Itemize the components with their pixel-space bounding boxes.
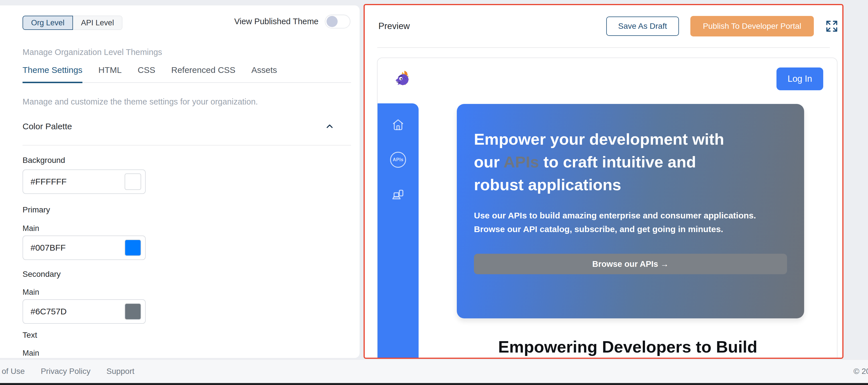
panel-description: Manage and customize the theme settings …: [23, 97, 258, 106]
hero-banner: Empower your development with our APIs t…: [457, 104, 804, 318]
footer-copyright: © 20: [854, 367, 868, 376]
footer-links: Terms of Use Privacy Policy Support: [0, 367, 134, 376]
portal-preview-card: Log In APIs: [377, 58, 837, 359]
preview-header-divider: [377, 47, 830, 48]
primary-main-color-field: [23, 236, 146, 260]
home-icon[interactable]: [392, 118, 405, 131]
view-published-label: View Published Theme: [234, 17, 318, 26]
fullscreen-expand-icon[interactable]: [825, 20, 838, 33]
primary-main-color-swatch[interactable]: [125, 240, 141, 256]
save-as-draft-button[interactable]: Save As Draft: [606, 16, 679, 36]
text-label: Text: [23, 330, 37, 340]
tab-css[interactable]: CSS: [138, 65, 155, 82]
color-palette-header[interactable]: Color Palette: [23, 121, 334, 131]
tab-assets[interactable]: Assets: [251, 65, 277, 82]
view-published-toggle[interactable]: [325, 14, 350, 29]
level-toggle-group: Org Level API Level: [23, 16, 122, 30]
tab-html[interactable]: HTML: [98, 65, 122, 82]
background-color-input[interactable]: [31, 177, 111, 186]
view-published-row: View Published Theme: [234, 14, 350, 29]
portal-body: APIs Empower your development with our A: [377, 103, 837, 359]
background-color-swatch[interactable]: [125, 173, 141, 190]
primary-main-label: Main: [23, 224, 39, 233]
window-bottom-edge: [0, 383, 868, 385]
preview-title: Preview: [378, 21, 410, 31]
apis-icon[interactable]: APIs: [390, 152, 406, 168]
theme-settings-card: Org Level API Level View Published Theme…: [0, 5, 360, 358]
portal-sidebar: APIs: [377, 103, 418, 359]
preview-actions: Save As Draft Publish To Developer Porta…: [606, 16, 838, 36]
footer-link-support[interactable]: Support: [106, 367, 134, 376]
preview-panel: Preview Save As Draft Publish To Develop…: [364, 4, 843, 359]
primary-main-color-input[interactable]: [31, 243, 111, 253]
browse-apis-button[interactable]: Browse our APIs →: [474, 254, 787, 274]
portal-section-heading: Empowering Developers to Build Applicati…: [418, 336, 837, 359]
secondary-main-color-field: [23, 299, 146, 324]
text-main-label: Main: [23, 349, 39, 358]
panel-subtitle: Manage Organization Level Themings: [23, 47, 162, 57]
theme-tabs: Theme Settings HTML CSS Referenced CSS A…: [23, 65, 351, 83]
hero-subtitle: Use our APIs to build amazing enterprise…: [474, 209, 787, 236]
background-label: Background: [23, 156, 65, 165]
primary-label: Primary: [23, 205, 50, 214]
color-palette-title: Color Palette: [23, 121, 72, 131]
secondary-main-label: Main: [23, 288, 39, 297]
secondary-main-color-swatch[interactable]: [125, 303, 141, 320]
secondary-label: Secondary: [23, 270, 61, 279]
tab-referenced-css[interactable]: Referenced CSS: [171, 65, 235, 82]
background-color-field: [23, 169, 146, 194]
portal-navbar: Log In: [377, 58, 837, 103]
tab-theme-settings[interactable]: Theme Settings: [23, 65, 83, 83]
toggle-knob: [327, 16, 338, 27]
app-footer: Terms of Use Privacy Policy Support © 20: [0, 359, 868, 383]
org-level-button[interactable]: Org Level: [23, 16, 73, 30]
preview-header: Preview Save As Draft Publish To Develop…: [365, 5, 842, 47]
api-level-button[interactable]: API Level: [73, 16, 122, 30]
portal-logo-dragon-icon: [394, 69, 412, 88]
footer-link-privacy-policy[interactable]: Privacy Policy: [41, 367, 90, 376]
hero-heading-highlight: APIs: [503, 153, 539, 171]
footer-link-terms-of-use[interactable]: Terms of Use: [0, 367, 25, 376]
developer-devices-icon[interactable]: [391, 188, 405, 202]
chevron-up-icon[interactable]: [326, 122, 334, 131]
section-divider: [23, 145, 351, 145]
publish-to-developer-portal-button[interactable]: Publish To Developer Portal: [690, 16, 814, 36]
hero-heading: Empower your development with our APIs t…: [474, 128, 787, 196]
login-button[interactable]: Log In: [776, 68, 823, 90]
secondary-main-color-input[interactable]: [31, 307, 111, 316]
